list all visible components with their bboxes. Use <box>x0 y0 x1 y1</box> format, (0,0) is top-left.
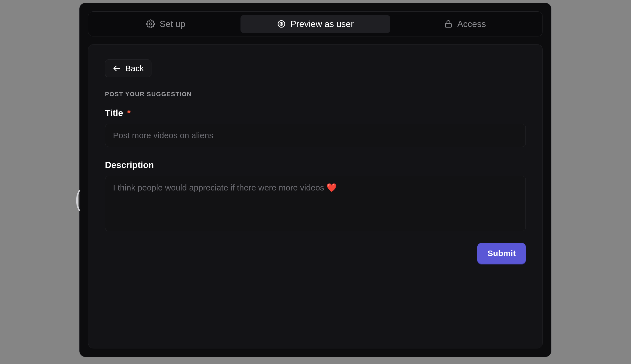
title-label: Title <box>105 108 123 118</box>
svg-point-3 <box>281 24 282 24</box>
description-label: Description <box>105 160 526 170</box>
lock-icon <box>444 19 453 28</box>
svg-rect-4 <box>445 24 451 27</box>
tab-access[interactable]: Access <box>390 15 540 33</box>
target-icon <box>277 19 286 28</box>
title-label-row: Title * <box>105 108 526 118</box>
submit-button[interactable]: Submit <box>477 243 526 264</box>
svg-point-0 <box>149 23 152 25</box>
submit-row: Submit <box>105 243 526 264</box>
arrow-left-icon <box>112 64 121 73</box>
tab-set-up-label: Set up <box>159 19 185 29</box>
edge-hint-paren: ( <box>75 187 81 211</box>
gear-icon <box>146 19 155 28</box>
back-button[interactable]: Back <box>105 60 151 77</box>
description-textarea[interactable] <box>105 176 526 231</box>
app-outer-wrapper: ( Set up <box>77 0 554 360</box>
tab-access-label: Access <box>457 19 486 29</box>
title-input[interactable] <box>105 124 526 147</box>
tab-bar: Set up Preview as user <box>88 11 543 36</box>
tab-preview-as-user[interactable]: Preview as user <box>240 15 390 33</box>
back-button-label: Back <box>125 64 144 73</box>
tab-preview-label: Preview as user <box>290 19 354 29</box>
section-heading: POST YOUR SUGGESTION <box>105 91 526 98</box>
content-panel: Back POST YOUR SUGGESTION Title * Descri… <box>88 44 543 348</box>
app-frame: Set up Preview as user <box>79 3 551 357</box>
tab-set-up[interactable]: Set up <box>91 15 240 33</box>
required-asterisk: * <box>127 108 131 118</box>
